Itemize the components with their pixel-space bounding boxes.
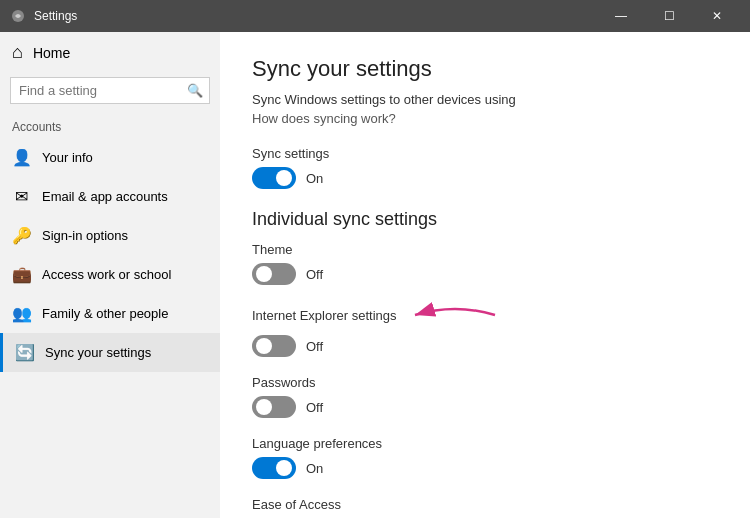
language-setting-row: Language preferences On: [252, 436, 718, 479]
sidebar-item-email-app-accounts[interactable]: ✉ Email & app accounts: [0, 177, 220, 216]
sidebar-item-your-info[interactable]: 👤 Your info: [0, 138, 220, 177]
theme-label: Theme: [252, 242, 718, 257]
sidebar-item-family-other-people[interactable]: 👥 Family & other people: [0, 294, 220, 333]
key-icon: 🔑: [12, 226, 30, 245]
how-does-syncing-work-link[interactable]: How does syncing work?: [252, 111, 718, 126]
sync-subtitle: Sync Windows settings to other devices u…: [252, 92, 718, 107]
ie-state: Off: [306, 339, 323, 354]
toggle-knob: [276, 460, 292, 476]
sidebar-item-label: Email & app accounts: [42, 189, 168, 204]
search-input[interactable]: [19, 83, 187, 98]
theme-toggle-row: Off: [252, 263, 718, 285]
title-bar: Settings — ☐ ✕: [0, 0, 750, 32]
sidebar-item-sync-your-settings[interactable]: 🔄 Sync your settings: [0, 333, 220, 372]
language-label: Language preferences: [252, 436, 718, 451]
sidebar-item-label: Sign-in options: [42, 228, 128, 243]
sidebar-item-label: Your info: [42, 150, 93, 165]
app-icon: [10, 8, 26, 24]
page-title: Sync your settings: [252, 56, 718, 82]
passwords-label: Passwords: [252, 375, 718, 390]
maximize-button[interactable]: ☐: [646, 0, 692, 32]
sync-settings-label: Sync settings: [252, 146, 718, 161]
internet-explorer-setting-row: Internet Explorer settings Off: [252, 301, 718, 357]
theme-toggle[interactable]: [252, 263, 296, 285]
sidebar: ⌂ Home 🔍 Accounts 👤 Your info ✉ Email & …: [0, 32, 220, 518]
sidebar-item-label: Family & other people: [42, 306, 168, 321]
close-button[interactable]: ✕: [694, 0, 740, 32]
sidebar-item-access-work-school[interactable]: 💼 Access work or school: [0, 255, 220, 294]
search-icon: 🔍: [187, 83, 203, 98]
arrow-annotation: [405, 301, 505, 329]
search-box[interactable]: 🔍: [10, 77, 210, 104]
individual-sync-title: Individual sync settings: [252, 209, 718, 230]
language-state: On: [306, 461, 323, 476]
ie-toggle-row: Off: [252, 335, 718, 357]
passwords-toggle-row: Off: [252, 396, 718, 418]
sidebar-home-button[interactable]: ⌂ Home: [0, 32, 220, 73]
toggle-knob: [256, 338, 272, 354]
sidebar-home-label: Home: [33, 45, 70, 61]
email-icon: ✉: [12, 187, 30, 206]
language-toggle[interactable]: [252, 457, 296, 479]
minimize-button[interactable]: —: [598, 0, 644, 32]
content-area: Sync your settings Sync Windows settings…: [220, 32, 750, 518]
briefcase-icon: 💼: [12, 265, 30, 284]
window-controls: — ☐ ✕: [598, 0, 740, 32]
language-toggle-row: On: [252, 457, 718, 479]
sidebar-section-label: Accounts: [0, 114, 220, 138]
passwords-setting-row: Passwords Off: [252, 375, 718, 418]
family-icon: 👥: [12, 304, 30, 323]
theme-state: Off: [306, 267, 323, 282]
app-body: ⌂ Home 🔍 Accounts 👤 Your info ✉ Email & …: [0, 32, 750, 518]
sidebar-item-label: Sync your settings: [45, 345, 151, 360]
sync-settings-state: On: [306, 171, 323, 186]
sync-settings-toggle-row: On: [252, 167, 718, 189]
sync-settings-toggle[interactable]: [252, 167, 296, 189]
theme-setting-row: Theme Off: [252, 242, 718, 285]
sidebar-item-sign-in-options[interactable]: 🔑 Sign-in options: [0, 216, 220, 255]
sidebar-item-label: Access work or school: [42, 267, 171, 282]
ease-of-access-setting-row: Ease of Access On: [252, 497, 718, 518]
sync-icon: 🔄: [15, 343, 33, 362]
user-icon: 👤: [12, 148, 30, 167]
passwords-state: Off: [306, 400, 323, 415]
sync-settings-row: Sync settings On: [252, 146, 718, 189]
toggle-knob: [256, 266, 272, 282]
ie-label-row: Internet Explorer settings: [252, 301, 718, 329]
toggle-knob: [276, 170, 292, 186]
window-title: Settings: [34, 9, 598, 23]
ease-of-access-label: Ease of Access: [252, 497, 718, 512]
ie-label: Internet Explorer settings: [252, 308, 397, 323]
home-icon: ⌂: [12, 42, 23, 63]
ie-toggle[interactable]: [252, 335, 296, 357]
passwords-toggle[interactable]: [252, 396, 296, 418]
toggle-knob: [256, 399, 272, 415]
